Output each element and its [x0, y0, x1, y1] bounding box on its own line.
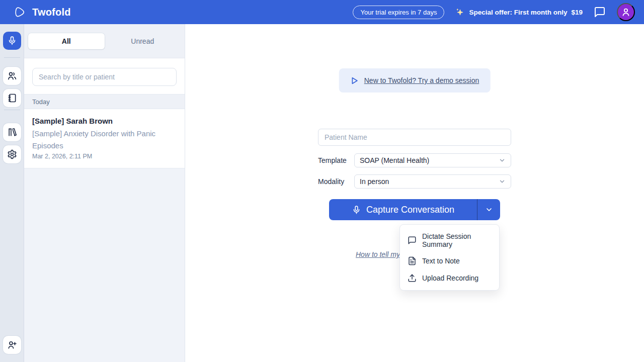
twofold-logo-icon	[13, 6, 26, 19]
capture-split-button: Capture Conversation	[329, 199, 500, 220]
tab-unread[interactable]: Unread	[105, 33, 181, 49]
chat-bubble-icon[interactable]	[594, 6, 606, 18]
icon-rail	[0, 24, 24, 362]
section-header-label: Today	[32, 98, 50, 106]
special-offer-text: Special offer: First month only	[469, 9, 567, 16]
session-timestamp: Mar 2, 2026, 2:11 PM	[32, 153, 177, 160]
menu-item-upload-recording[interactable]: Upload Recording	[400, 269, 499, 287]
session-subtitle: [Sample] Anxiety Disorder with Panic Epi…	[32, 128, 177, 151]
special-offer-link[interactable]: Special offer: First month only $19	[455, 8, 583, 17]
app-window: Twofold Your trial expires in 7 days Spe…	[0, 0, 644, 362]
modality-select[interactable]: In person	[354, 174, 511, 189]
template-label: Template	[318, 156, 354, 164]
sessions-panel: All Unread Today [Sample] Sarah Brown [S…	[24, 24, 185, 362]
tab-all[interactable]: All	[28, 33, 105, 49]
microphone-icon	[352, 205, 361, 215]
sessions-filter-tabs: All Unread	[24, 24, 185, 58]
menu-item-label: Dictate Session Summary	[422, 232, 492, 248]
message-square-icon	[408, 236, 417, 245]
trial-expiry-badge[interactable]: Your trial expires in 7 days	[353, 6, 444, 19]
how-to-tell-help-link[interactable]: How to tell my	[356, 250, 400, 258]
template-select[interactable]: SOAP (Mental Health)	[354, 153, 511, 167]
search-section	[24, 58, 185, 94]
template-selected-value: SOAP (Mental Health)	[360, 156, 499, 164]
chevron-down-icon	[499, 178, 506, 185]
new-session-form: Template SOAP (Mental Health) Modality I…	[318, 129, 511, 189]
sparkles-icon	[455, 8, 465, 17]
nav-notes-notebook-icon[interactable]	[3, 89, 21, 107]
nav-settings-gear-icon[interactable]	[3, 145, 21, 163]
top-header: Twofold Your trial expires in 7 days Spe…	[0, 0, 644, 24]
section-header-today: Today	[24, 94, 185, 109]
nav-templates-library-icon[interactable]	[3, 123, 21, 141]
modality-label: Modality	[318, 177, 354, 186]
capture-options-menu: Dictate Session Summary Text to Note Upl…	[399, 224, 500, 291]
capture-options-chevron-button[interactable]	[477, 199, 500, 220]
demo-session-banner[interactable]: New to Twofold? Try a demo session	[339, 68, 491, 93]
user-avatar[interactable]	[617, 3, 635, 21]
menu-item-dictate-session-summary[interactable]: Dictate Session Summary	[400, 228, 499, 252]
nav-sessions-microphone-icon[interactable]	[3, 32, 21, 50]
search-input[interactable]	[32, 68, 177, 86]
upload-icon	[408, 274, 417, 283]
menu-item-text-to-note[interactable]: Text to Note	[400, 252, 499, 269]
invite-user-plus-icon[interactable]	[3, 336, 21, 354]
modality-selected-value: In person	[360, 177, 499, 186]
play-icon	[350, 76, 359, 85]
nav-patients-users-icon[interactable]	[3, 67, 21, 85]
patient-name-input[interactable]	[318, 129, 511, 146]
demo-session-link: New to Twofold? Try a demo session	[364, 76, 479, 84]
template-row: Template SOAP (Mental Health)	[318, 153, 511, 167]
capture-button-label: Capture Conversation	[366, 205, 454, 215]
special-offer-price: $19	[571, 9, 583, 16]
main-content: New to Twofold? Try a demo session Templ…	[185, 24, 644, 362]
rail-divider	[4, 57, 20, 58]
session-list-item[interactable]: [Sample] Sarah Brown [Sample] Anxiety Di…	[24, 109, 185, 168]
rail-divider	[4, 110, 20, 110]
modality-row: Modality In person	[318, 174, 511, 189]
menu-item-label: Upload Recording	[422, 274, 478, 282]
chevron-down-icon	[499, 157, 506, 164]
session-patient-name: [Sample] Sarah Brown	[32, 117, 177, 125]
file-text-icon	[408, 256, 417, 265]
menu-item-label: Text to Note	[422, 257, 460, 265]
capture-conversation-button[interactable]: Capture Conversation	[329, 199, 477, 220]
session-list-empty-area	[24, 168, 185, 362]
app-logo: Twofold	[13, 6, 71, 19]
app-title: Twofold	[32, 7, 71, 18]
